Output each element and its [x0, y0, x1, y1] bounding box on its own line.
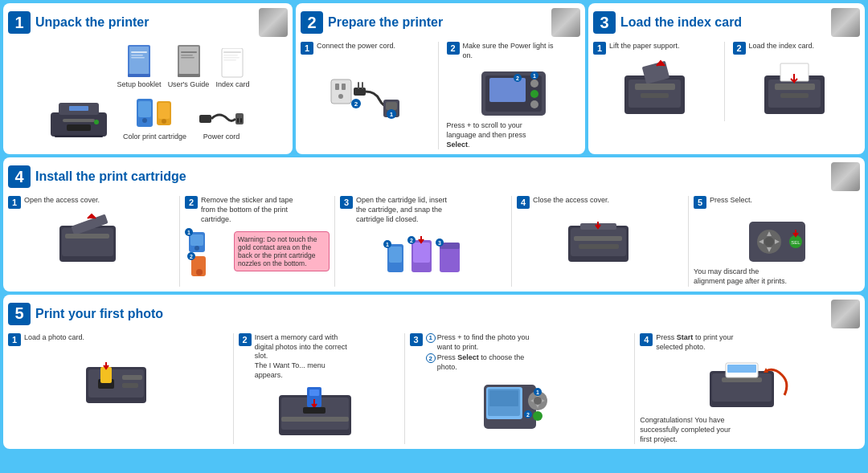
svg-text:2: 2	[410, 238, 413, 243]
svg-rect-72	[190, 234, 203, 246]
install-step1-text: Open the access cover.	[24, 196, 100, 206]
warning-text: Warning: Do not touch the gold contact a…	[238, 235, 317, 267]
svg-text:1: 1	[533, 73, 536, 79]
install-step3-svg: 1 2 3	[383, 228, 464, 280]
section2-header: 2 Prepare the printer	[301, 8, 580, 37]
section5-number: 5	[8, 303, 31, 325]
print-step3: 3 1 Press + to find the photo you want t…	[410, 333, 630, 434]
print-step3-number: 3	[410, 333, 423, 346]
svg-rect-121	[489, 390, 518, 406]
svg-rect-36	[342, 84, 346, 90]
install-step3-text: Open the cartridge lid, insert the cartr…	[356, 196, 452, 224]
print-step4-number: 4	[640, 333, 653, 346]
svg-rect-34	[331, 80, 351, 104]
divider9	[634, 333, 635, 444]
card-label: Index card	[215, 80, 249, 88]
section2-number: 2	[301, 11, 323, 34]
cartridge-icon	[133, 95, 177, 131]
svg-point-29	[162, 119, 166, 124]
install-step4: 4 Close the access cover.	[517, 196, 683, 267]
section4-title: Install the print cartridge	[35, 169, 428, 184]
svg-rect-28	[158, 103, 170, 119]
svg-rect-66	[780, 93, 809, 98]
section-load: 3 Load the index card 1 Lift the paper s…	[588, 3, 865, 154]
divider7	[233, 333, 234, 444]
svg-rect-49	[489, 78, 526, 102]
print-step1-image	[78, 351, 158, 409]
install-step4-number: 4	[517, 196, 530, 209]
section1-number: 1	[8, 11, 31, 34]
section5-header: 5 Print your first photo	[8, 300, 860, 328]
svg-rect-25	[138, 101, 151, 117]
middle-row: 4 Install the print cartridge 1 Open the…	[3, 157, 865, 291]
svg-point-73	[194, 246, 199, 251]
svg-rect-4	[69, 106, 88, 111]
print-step4-text: Press Start to print your selected photo…	[656, 333, 752, 352]
print-step1: 1 Load a photo card.	[8, 333, 228, 409]
section1-photo	[259, 8, 288, 37]
section2-photo	[551, 8, 580, 37]
print-step3-svg: 2 1	[480, 381, 560, 433]
divider1	[438, 42, 439, 149]
install-step4-text: Close the access cover.	[533, 196, 609, 206]
svg-rect-95	[574, 236, 622, 241]
install-step4-image	[564, 214, 637, 267]
svg-rect-15	[181, 51, 197, 53]
svg-rect-110	[122, 375, 142, 380]
install-step5-note: You may discard the alignment page after…	[694, 267, 790, 286]
svg-rect-18	[178, 74, 200, 77]
print-step4-note: Congratulations! You have successfully c…	[640, 416, 736, 444]
print-step3-sub2-text: Press Select to choose the photo.	[437, 353, 534, 372]
svg-rect-93	[571, 228, 626, 256]
install-step2-text: Remove the sticker and tape from the bot…	[201, 196, 297, 224]
install-step1-image	[55, 214, 128, 267]
divider4	[334, 196, 335, 286]
load-step1-image	[616, 59, 697, 121]
cord-label: Power cord	[203, 133, 240, 141]
svg-rect-65	[775, 84, 815, 90]
svg-point-128	[533, 411, 542, 421]
prepare-step1: 1 Connect the power cord.	[301, 42, 435, 125]
section1-title: Unpack the printer	[35, 15, 254, 30]
divider3	[179, 196, 180, 286]
main-container: 1 Unpack the printer	[0, 0, 868, 473]
svg-rect-137	[727, 365, 756, 373]
svg-text:2: 2	[516, 75, 519, 81]
install-step5-text: Press Select.	[710, 196, 752, 206]
print-step1-number: 1	[8, 333, 21, 346]
section1-header: 1 Unpack the printer	[8, 8, 288, 37]
svg-rect-10	[131, 55, 143, 56]
print-step3-sub2-num: 2	[426, 353, 436, 363]
install-steps: 1 Open the access cover.	[8, 196, 860, 286]
section-install: 4 Install the print cartridge 1 Open the…	[3, 157, 865, 291]
install-step1: 1 Open the access cover.	[8, 196, 174, 267]
svg-rect-40	[362, 82, 363, 89]
svg-rect-3	[67, 124, 91, 131]
svg-rect-17	[181, 57, 194, 59]
print-step3-sub1: 1 Press + to find the photo you want to …	[426, 333, 534, 352]
divider6	[688, 196, 689, 286]
svg-rect-42	[386, 102, 397, 110]
svg-rect-60	[635, 84, 675, 90]
svg-point-50	[530, 80, 538, 88]
unpack-printer	[47, 96, 111, 141]
print-steps: 1 Load a photo card.	[8, 333, 860, 444]
print-step2-number: 2	[239, 333, 252, 346]
svg-rect-135	[722, 377, 762, 382]
install-step1-svg	[55, 214, 128, 266]
index-card-icon	[221, 48, 244, 79]
svg-rect-38	[354, 88, 366, 96]
top-row: 1 Unpack the printer	[3, 3, 865, 154]
load-step1-text: Lift the paper support.	[609, 42, 680, 51]
svg-text:3: 3	[438, 240, 441, 246]
prepare-step2-note: Press + to scroll to your language and t…	[447, 121, 543, 149]
print-step4: 4 Press Start to print your selected pho…	[640, 333, 860, 444]
section5-photo	[831, 300, 860, 328]
svg-rect-111	[122, 383, 138, 388]
svg-text:2: 2	[354, 100, 358, 108]
svg-rect-22	[223, 57, 240, 59]
warning-box: Warning: Do not touch the gold contact a…	[234, 231, 330, 271]
print-step3-sub2: 2 Press Select to choose the photo.	[426, 353, 534, 372]
install-step5-image: SEL	[741, 214, 813, 267]
svg-rect-9	[131, 51, 147, 53]
